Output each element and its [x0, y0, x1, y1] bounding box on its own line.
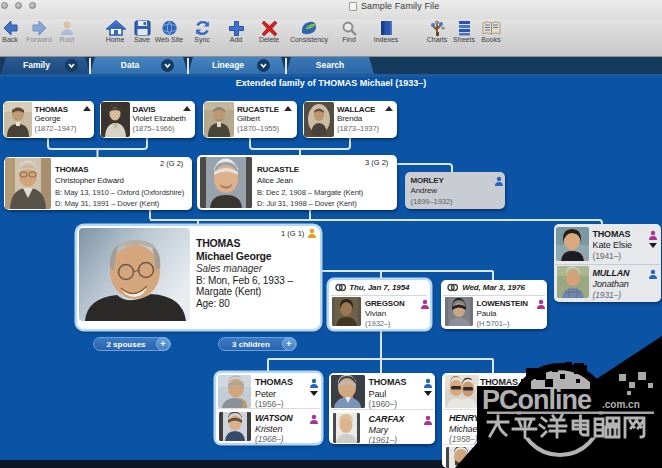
- svg-text:PConline: PConline: [482, 385, 592, 415]
- svg-text:.com.cn: .com.cn: [602, 399, 640, 410]
